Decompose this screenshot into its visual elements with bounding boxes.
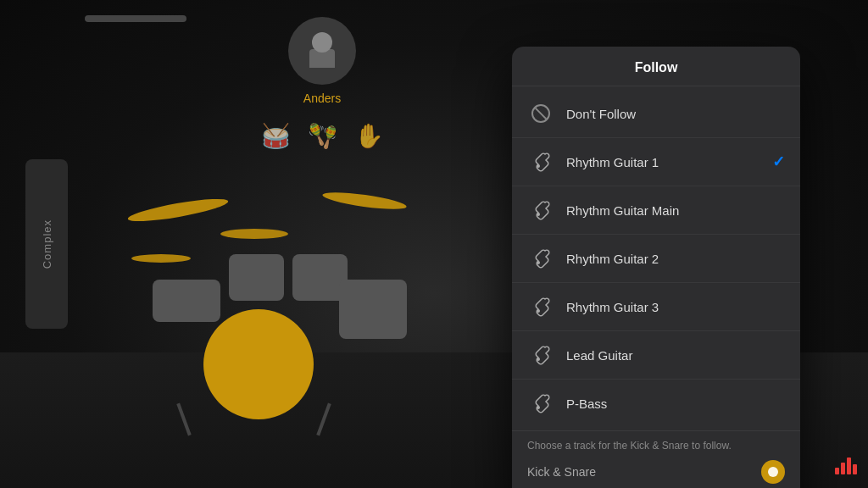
cymbal-right <box>322 189 408 213</box>
follow-item-rhythm-guitar-1[interactable]: Rhythm Guitar 1 ✓ <box>512 138 800 186</box>
svg-point-2 <box>537 261 540 264</box>
drummer-name: Anders <box>170 92 475 105</box>
follow-hint: Choose a track for the Kick & Snare to f… <box>527 440 785 452</box>
follow-panel-header: Follow <box>512 47 800 86</box>
follow-item-rhythm-guitar-3[interactable]: Rhythm Guitar 3 <box>512 283 800 331</box>
hihat <box>131 254 191 263</box>
follow-title: Follow <box>635 60 678 75</box>
follow-item-rhythm-guitar-2[interactable]: Rhythm Guitar 2 <box>512 235 800 283</box>
follow-item-lead-guitar[interactable]: Lead Guitar <box>512 331 800 380</box>
dont-follow-label: Don't Follow <box>566 107 785 121</box>
bar-4 <box>853 464 857 474</box>
follow-footer: Choose a track for the Kick & Snare to f… <box>512 430 800 488</box>
guitar-icon-main <box>527 197 554 224</box>
follow-items-list: Don't Follow Rhythm Guitar 1 ✓ Rhythm Gu… <box>512 86 800 430</box>
rhythm-guitar-3-label: Rhythm Guitar 3 <box>566 300 785 314</box>
cymbal-left <box>127 195 230 226</box>
avatar-figure <box>301 25 343 76</box>
svg-point-3 <box>537 309 540 313</box>
svg-point-1 <box>537 213 540 216</box>
rhythm-guitar-2-label: Rhythm Guitar 2 <box>566 252 785 266</box>
tom-drum-1 <box>229 254 284 301</box>
guitar-icon-2 <box>527 245 554 272</box>
svg-point-5 <box>537 406 540 409</box>
rhythm-guitar-1-label: Rhythm Guitar 1 <box>566 155 772 169</box>
kick-snare-label: Kick & Snare <box>527 465 596 479</box>
bar-2 <box>841 463 845 474</box>
left-panel: Complex <box>25 159 68 329</box>
drummer-area: Anders 🥁 🪇 ✋ <box>170 17 475 175</box>
bar-1 <box>835 468 839 474</box>
lead-guitar-label: Lead Guitar <box>566 348 785 363</box>
bar-3 <box>847 458 851 474</box>
cymbal-mid <box>220 229 288 239</box>
floor-tom <box>339 280 407 339</box>
follow-panel: Follow Don't Follow Rhythm Guitar 1 ✓ <box>512 47 800 488</box>
check-icon: ✓ <box>772 152 785 171</box>
maraca-icon: 🪇 <box>308 122 337 150</box>
guitar-icon-1 <box>527 148 554 175</box>
svg-point-0 <box>537 164 540 168</box>
hand-icon: ✋ <box>354 122 384 150</box>
guitar-icon-3 <box>527 293 554 320</box>
no-follow-icon <box>527 100 554 127</box>
rhythm-guitar-main-label: Rhythm Guitar Main <box>566 203 785 218</box>
follow-item-dont-follow[interactable]: Don't Follow <box>512 90 800 138</box>
follow-item-p-bass[interactable]: P-Bass <box>512 380 800 427</box>
snare-drum <box>153 280 220 322</box>
bass-guitar-icon <box>527 390 554 417</box>
kick-snare-row: Kick & Snare <box>527 460 785 484</box>
drum-kit <box>110 152 432 407</box>
tambourine-icon: 🥁 <box>261 122 291 150</box>
bar-chart-icon <box>835 458 857 474</box>
no-follow-circle-icon <box>531 104 550 123</box>
p-bass-label: P-Bass <box>566 396 785 411</box>
avatar-head <box>312 32 332 53</box>
bottom-right-icon[interactable] <box>834 454 858 478</box>
avatar <box>288 17 356 85</box>
follow-item-rhythm-guitar-main[interactable]: Rhythm Guitar Main <box>512 186 800 235</box>
kick-drum <box>203 309 314 419</box>
svg-point-4 <box>537 358 540 361</box>
toggle-inner <box>768 467 778 477</box>
kick-snare-toggle[interactable] <box>761 460 785 484</box>
guitar-icon-lead <box>527 341 554 369</box>
percussion-icons-row: 🥁 🪇 ✋ <box>170 122 475 150</box>
complexity-label: Complex <box>41 219 53 269</box>
